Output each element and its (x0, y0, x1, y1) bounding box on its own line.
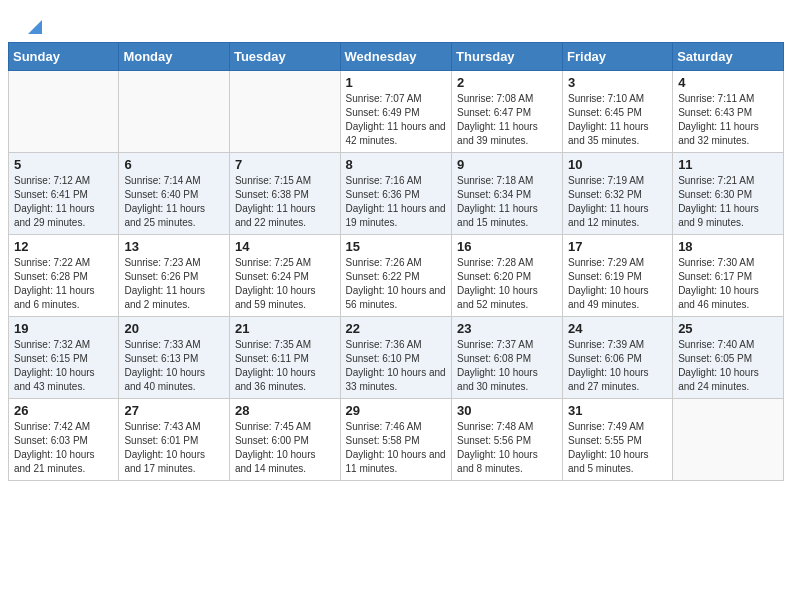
day-info: Sunrise: 7:10 AM Sunset: 6:45 PM Dayligh… (568, 92, 667, 148)
calendar-cell: 20Sunrise: 7:33 AM Sunset: 6:13 PM Dayli… (119, 317, 230, 399)
calendar-cell: 24Sunrise: 7:39 AM Sunset: 6:06 PM Dayli… (563, 317, 673, 399)
calendar-cell: 17Sunrise: 7:29 AM Sunset: 6:19 PM Dayli… (563, 235, 673, 317)
day-info: Sunrise: 7:23 AM Sunset: 6:26 PM Dayligh… (124, 256, 224, 312)
day-info: Sunrise: 7:21 AM Sunset: 6:30 PM Dayligh… (678, 174, 778, 230)
calendar-cell: 27Sunrise: 7:43 AM Sunset: 6:01 PM Dayli… (119, 399, 230, 481)
day-info: Sunrise: 7:18 AM Sunset: 6:34 PM Dayligh… (457, 174, 557, 230)
day-number: 3 (568, 75, 667, 90)
calendar-cell: 1Sunrise: 7:07 AM Sunset: 6:49 PM Daylig… (340, 71, 452, 153)
calendar-cell: 31Sunrise: 7:49 AM Sunset: 5:55 PM Dayli… (563, 399, 673, 481)
day-info: Sunrise: 7:37 AM Sunset: 6:08 PM Dayligh… (457, 338, 557, 394)
day-info: Sunrise: 7:14 AM Sunset: 6:40 PM Dayligh… (124, 174, 224, 230)
calendar-cell (119, 71, 230, 153)
week-row-3: 12Sunrise: 7:22 AM Sunset: 6:28 PM Dayli… (9, 235, 784, 317)
calendar-cell: 4Sunrise: 7:11 AM Sunset: 6:43 PM Daylig… (673, 71, 784, 153)
weekday-header-row: SundayMondayTuesdayWednesdayThursdayFrid… (9, 43, 784, 71)
day-info: Sunrise: 7:07 AM Sunset: 6:49 PM Dayligh… (346, 92, 447, 148)
calendar-cell: 19Sunrise: 7:32 AM Sunset: 6:15 PM Dayli… (9, 317, 119, 399)
calendar-cell: 3Sunrise: 7:10 AM Sunset: 6:45 PM Daylig… (563, 71, 673, 153)
day-number: 31 (568, 403, 667, 418)
day-info: Sunrise: 7:11 AM Sunset: 6:43 PM Dayligh… (678, 92, 778, 148)
day-number: 10 (568, 157, 667, 172)
day-number: 2 (457, 75, 557, 90)
day-info: Sunrise: 7:35 AM Sunset: 6:11 PM Dayligh… (235, 338, 335, 394)
day-number: 22 (346, 321, 447, 336)
weekday-header-friday: Friday (563, 43, 673, 71)
calendar-cell: 29Sunrise: 7:46 AM Sunset: 5:58 PM Dayli… (340, 399, 452, 481)
day-info: Sunrise: 7:46 AM Sunset: 5:58 PM Dayligh… (346, 420, 447, 476)
calendar-cell: 15Sunrise: 7:26 AM Sunset: 6:22 PM Dayli… (340, 235, 452, 317)
day-info: Sunrise: 7:22 AM Sunset: 6:28 PM Dayligh… (14, 256, 113, 312)
calendar-cell: 6Sunrise: 7:14 AM Sunset: 6:40 PM Daylig… (119, 153, 230, 235)
day-info: Sunrise: 7:48 AM Sunset: 5:56 PM Dayligh… (457, 420, 557, 476)
day-number: 19 (14, 321, 113, 336)
calendar-cell: 16Sunrise: 7:28 AM Sunset: 6:20 PM Dayli… (452, 235, 563, 317)
day-info: Sunrise: 7:33 AM Sunset: 6:13 PM Dayligh… (124, 338, 224, 394)
day-info: Sunrise: 7:16 AM Sunset: 6:36 PM Dayligh… (346, 174, 447, 230)
day-number: 9 (457, 157, 557, 172)
calendar-cell: 8Sunrise: 7:16 AM Sunset: 6:36 PM Daylig… (340, 153, 452, 235)
day-info: Sunrise: 7:30 AM Sunset: 6:17 PM Dayligh… (678, 256, 778, 312)
calendar-cell: 13Sunrise: 7:23 AM Sunset: 6:26 PM Dayli… (119, 235, 230, 317)
day-number: 5 (14, 157, 113, 172)
day-number: 12 (14, 239, 113, 254)
calendar-cell: 26Sunrise: 7:42 AM Sunset: 6:03 PM Dayli… (9, 399, 119, 481)
day-info: Sunrise: 7:32 AM Sunset: 6:15 PM Dayligh… (14, 338, 113, 394)
calendar-cell: 11Sunrise: 7:21 AM Sunset: 6:30 PM Dayli… (673, 153, 784, 235)
day-number: 30 (457, 403, 557, 418)
svg-marker-0 (28, 20, 42, 34)
page-header (0, 0, 792, 42)
calendar-cell: 28Sunrise: 7:45 AM Sunset: 6:00 PM Dayli… (229, 399, 340, 481)
week-row-2: 5Sunrise: 7:12 AM Sunset: 6:41 PM Daylig… (9, 153, 784, 235)
day-info: Sunrise: 7:15 AM Sunset: 6:38 PM Dayligh… (235, 174, 335, 230)
day-number: 25 (678, 321, 778, 336)
calendar-cell: 2Sunrise: 7:08 AM Sunset: 6:47 PM Daylig… (452, 71, 563, 153)
calendar-table: SundayMondayTuesdayWednesdayThursdayFrid… (8, 42, 784, 481)
day-number: 15 (346, 239, 447, 254)
calendar-cell: 21Sunrise: 7:35 AM Sunset: 6:11 PM Dayli… (229, 317, 340, 399)
day-number: 21 (235, 321, 335, 336)
weekday-header-saturday: Saturday (673, 43, 784, 71)
calendar-cell: 25Sunrise: 7:40 AM Sunset: 6:05 PM Dayli… (673, 317, 784, 399)
day-info: Sunrise: 7:39 AM Sunset: 6:06 PM Dayligh… (568, 338, 667, 394)
week-row-4: 19Sunrise: 7:32 AM Sunset: 6:15 PM Dayli… (9, 317, 784, 399)
calendar-wrapper: SundayMondayTuesdayWednesdayThursdayFrid… (0, 42, 792, 489)
calendar-cell: 10Sunrise: 7:19 AM Sunset: 6:32 PM Dayli… (563, 153, 673, 235)
day-number: 28 (235, 403, 335, 418)
calendar-cell: 12Sunrise: 7:22 AM Sunset: 6:28 PM Dayli… (9, 235, 119, 317)
calendar-cell: 18Sunrise: 7:30 AM Sunset: 6:17 PM Dayli… (673, 235, 784, 317)
week-row-1: 1Sunrise: 7:07 AM Sunset: 6:49 PM Daylig… (9, 71, 784, 153)
day-number: 16 (457, 239, 557, 254)
weekday-header-thursday: Thursday (452, 43, 563, 71)
calendar-cell: 22Sunrise: 7:36 AM Sunset: 6:10 PM Dayli… (340, 317, 452, 399)
calendar-cell: 7Sunrise: 7:15 AM Sunset: 6:38 PM Daylig… (229, 153, 340, 235)
day-info: Sunrise: 7:19 AM Sunset: 6:32 PM Dayligh… (568, 174, 667, 230)
calendar-cell (9, 71, 119, 153)
day-number: 8 (346, 157, 447, 172)
day-number: 26 (14, 403, 113, 418)
calendar-cell: 23Sunrise: 7:37 AM Sunset: 6:08 PM Dayli… (452, 317, 563, 399)
day-number: 17 (568, 239, 667, 254)
day-number: 23 (457, 321, 557, 336)
day-info: Sunrise: 7:43 AM Sunset: 6:01 PM Dayligh… (124, 420, 224, 476)
calendar-cell: 9Sunrise: 7:18 AM Sunset: 6:34 PM Daylig… (452, 153, 563, 235)
day-info: Sunrise: 7:25 AM Sunset: 6:24 PM Dayligh… (235, 256, 335, 312)
day-info: Sunrise: 7:12 AM Sunset: 6:41 PM Dayligh… (14, 174, 113, 230)
day-number: 24 (568, 321, 667, 336)
day-info: Sunrise: 7:45 AM Sunset: 6:00 PM Dayligh… (235, 420, 335, 476)
logo-triangle-icon (26, 18, 44, 36)
day-number: 18 (678, 239, 778, 254)
weekday-header-tuesday: Tuesday (229, 43, 340, 71)
day-number: 20 (124, 321, 224, 336)
day-number: 27 (124, 403, 224, 418)
day-info: Sunrise: 7:29 AM Sunset: 6:19 PM Dayligh… (568, 256, 667, 312)
day-number: 11 (678, 157, 778, 172)
day-info: Sunrise: 7:49 AM Sunset: 5:55 PM Dayligh… (568, 420, 667, 476)
day-number: 7 (235, 157, 335, 172)
day-number: 4 (678, 75, 778, 90)
calendar-cell: 30Sunrise: 7:48 AM Sunset: 5:56 PM Dayli… (452, 399, 563, 481)
weekday-header-monday: Monday (119, 43, 230, 71)
day-info: Sunrise: 7:40 AM Sunset: 6:05 PM Dayligh… (678, 338, 778, 394)
day-number: 6 (124, 157, 224, 172)
day-info: Sunrise: 7:26 AM Sunset: 6:22 PM Dayligh… (346, 256, 447, 312)
